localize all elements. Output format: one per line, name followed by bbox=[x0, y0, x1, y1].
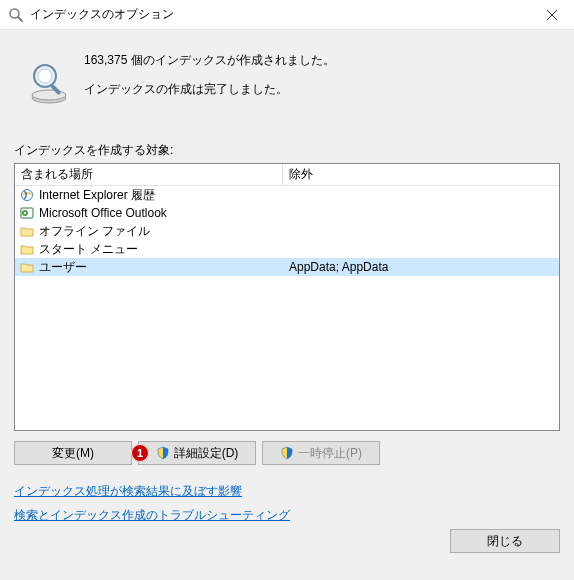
close-icon bbox=[547, 10, 557, 20]
list-item-label: Internet Explorer 履歴 bbox=[39, 187, 283, 204]
list-item[interactable]: Microsoft Office Outlook bbox=[15, 204, 559, 222]
list-header: 含まれる場所 除外 bbox=[15, 164, 559, 186]
status-row: 163,375 個のインデックスが作成されました。 インデックスの作成は完了しま… bbox=[14, 40, 560, 106]
list-item[interactable]: Internet Explorer 履歴 bbox=[15, 186, 559, 204]
button-row: 変更(M) 1 詳細設定(D) 一時停止(P) bbox=[14, 441, 560, 465]
pause-button-label: 一時停止(P) bbox=[298, 445, 362, 462]
annotation-badge: 1 bbox=[131, 444, 149, 462]
window-close-button[interactable] bbox=[529, 0, 574, 30]
column-header-location[interactable]: 含まれる場所 bbox=[15, 164, 283, 185]
svg-point-7 bbox=[38, 69, 52, 83]
list-item-label: ユーザー bbox=[39, 259, 283, 276]
client-area: 163,375 個のインデックスが作成されました。 インデックスの作成は完了しま… bbox=[0, 30, 574, 563]
magnifier-drive-icon bbox=[14, 40, 84, 106]
list-item[interactable]: オフライン ファイル bbox=[15, 222, 559, 240]
list-item[interactable]: ユーザー AppData; AppData bbox=[15, 258, 559, 276]
link-troubleshoot[interactable]: 検索とインデックス作成のトラブルシューティング bbox=[14, 503, 290, 527]
pause-button: 一時停止(P) bbox=[262, 441, 380, 465]
shield-icon bbox=[280, 446, 294, 460]
list-item-label: Microsoft Office Outlook bbox=[39, 206, 283, 220]
titlebar: インデックスのオプション bbox=[0, 0, 574, 30]
window-title: インデックスのオプション bbox=[30, 6, 529, 23]
list-item-exclude: AppData; AppData bbox=[283, 260, 559, 274]
index-count-text: 163,375 個のインデックスが作成されました。 bbox=[84, 46, 335, 75]
ie-icon bbox=[19, 187, 35, 203]
folder-icon bbox=[19, 223, 35, 239]
modify-button[interactable]: 変更(M) bbox=[14, 441, 132, 465]
advanced-button-label: 詳細設定(D) bbox=[174, 445, 239, 462]
folder-icon bbox=[19, 241, 35, 257]
list-item[interactable]: スタート メニュー bbox=[15, 240, 559, 258]
list-item-label: スタート メニュー bbox=[39, 241, 283, 258]
column-header-exclude[interactable]: 除外 bbox=[283, 164, 559, 185]
locations-list[interactable]: 含まれる場所 除外 Internet Explorer 履歴 Microsoft… bbox=[14, 163, 560, 431]
folder-icon bbox=[19, 259, 35, 275]
links: インデックス処理が検索結果に及ぼす影響 検索とインデックス作成のトラブルシューテ… bbox=[14, 479, 560, 527]
advanced-button[interactable]: 1 詳細設定(D) bbox=[138, 441, 256, 465]
outlook-icon bbox=[19, 205, 35, 221]
list-item-label: オフライン ファイル bbox=[39, 223, 283, 240]
close-button[interactable]: 閉じる bbox=[450, 529, 560, 553]
link-impact[interactable]: インデックス処理が検索結果に及ぼす影響 bbox=[14, 479, 242, 503]
index-complete-text: インデックスの作成は完了しました。 bbox=[84, 75, 335, 104]
search-icon bbox=[8, 7, 24, 23]
list-body: Internet Explorer 履歴 Microsoft Office Ou… bbox=[15, 186, 559, 276]
modify-button-label: 変更(M) bbox=[52, 445, 94, 462]
svg-line-1 bbox=[18, 17, 22, 21]
locations-label: インデックスを作成する対象: bbox=[14, 142, 560, 159]
svg-point-5 bbox=[32, 90, 66, 100]
svg-point-12 bbox=[24, 212, 26, 214]
close-button-label: 閉じる bbox=[487, 533, 523, 550]
shield-icon bbox=[156, 446, 170, 460]
